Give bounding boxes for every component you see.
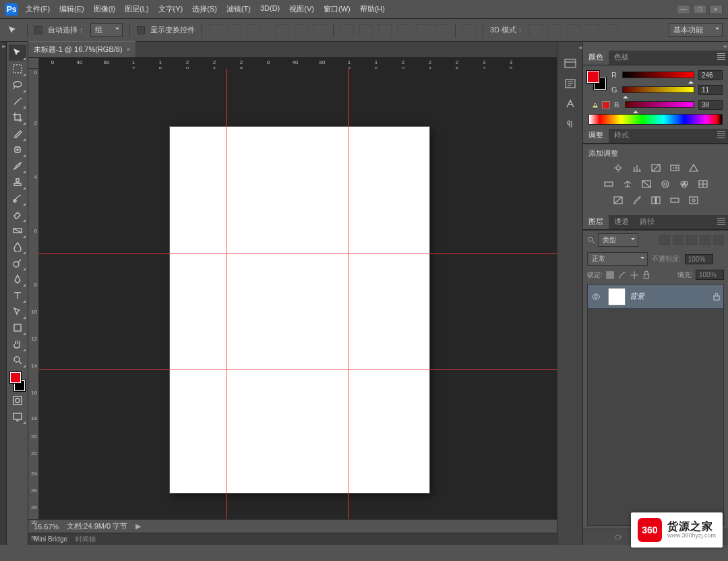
layer-list[interactable]: 背景 [587,284,724,526]
timeline-tab[interactable]: 时间轴 [75,535,96,544]
gamut-color-swatch[interactable] [602,101,610,109]
dock-collapse-icon[interactable]: ◂◂ [578,45,581,51]
status-arrow-icon[interactable]: ▶ [135,522,141,531]
auto-select-dropdown[interactable]: 组 [90,23,123,37]
layers-panel-menu-icon[interactable] [717,218,725,225]
photo-filter-icon[interactable] [659,179,671,189]
g-slider[interactable] [622,86,694,93]
close-tab-icon[interactable]: × [127,46,131,53]
selective-color-icon[interactable] [688,195,700,206]
quickmask-tool[interactable] [9,392,26,409]
color-spectrum[interactable] [588,114,723,125]
history-brush-tool[interactable] [9,190,26,206]
heal-tool[interactable] [9,142,26,158]
dodge-tool[interactable] [9,255,26,271]
brush-tool[interactable] [9,158,26,174]
type-tool[interactable] [9,287,26,303]
3d-slide-icon[interactable] [586,24,599,36]
paths-tab[interactable]: 路径 [634,214,660,229]
shape-tool[interactable] [9,320,26,336]
filter-pixel-icon[interactable] [659,235,670,245]
move-tool[interactable] [9,45,26,61]
maximize-button[interactable]: □ [693,5,706,14]
gradient-tool[interactable] [9,223,26,239]
lock-position-icon[interactable] [630,270,639,280]
hue-icon[interactable] [603,179,615,189]
menu-file[interactable]: 文件(F) [26,4,50,14]
color-panel-menu-icon[interactable] [717,53,725,60]
color-lookup-icon[interactable] [697,179,709,189]
mini-bridge-tab[interactable]: Mini Bridge [34,535,67,543]
menu-view[interactable]: 视图(V) [289,4,314,14]
path-select-tool[interactable] [9,303,26,320]
menu-3d[interactable]: 3D(D) [260,4,280,14]
r-slider[interactable] [622,71,694,78]
layer-name[interactable]: 背景 [630,291,710,301]
r-value[interactable]: 246 [698,70,723,80]
menu-select[interactable]: 选择(S) [192,4,217,14]
menu-type[interactable]: 文字(Y) [158,4,183,14]
color-swatches[interactable] [587,71,606,90]
screenmode-tool[interactable] [9,409,26,425]
hand-tool[interactable] [9,336,26,352]
distribute-vcenter-icon[interactable] [359,24,373,36]
workspace-dropdown[interactable]: 基本功能 [669,23,723,37]
menu-filter[interactable]: 滤镜(T) [226,4,251,14]
adjust-panel-menu-icon[interactable] [717,131,725,138]
lock-all-icon[interactable] [642,270,651,280]
move-tool-icon[interactable] [5,23,20,38]
guide-horizontal[interactable] [39,369,557,370]
canvas-stage[interactable] [39,69,557,519]
threshold-icon[interactable] [650,195,662,206]
guide-vertical[interactable] [226,69,227,519]
marquee-tool[interactable] [9,61,26,77]
3d-zoom-icon[interactable] [605,24,618,36]
align-vcenter-icon[interactable] [228,24,241,36]
crop-tool[interactable] [9,109,26,125]
paragraph-panel-icon[interactable] [562,117,579,131]
distribute-top-icon[interactable] [340,24,354,36]
opacity-input[interactable]: 100% [685,254,713,264]
character-panel-icon[interactable] [562,96,579,111]
minimize-button[interactable]: — [677,5,690,14]
filter-adjust-icon[interactable] [673,235,684,245]
color-wells[interactable] [9,372,26,392]
wand-tool[interactable] [9,93,26,109]
guide-horizontal[interactable] [39,254,557,254]
styles-tab[interactable]: 样式 [609,127,634,143]
filter-type-icon[interactable] [686,235,697,245]
brightness-icon[interactable] [612,163,624,173]
vibrance-icon[interactable] [688,163,700,173]
ruler-origin[interactable] [28,58,39,69]
pen-tool[interactable] [9,271,26,287]
distribute-hcenter-icon[interactable] [416,24,429,36]
link-layers-icon[interactable]: ⬭ [615,533,626,542]
show-transform-checkbox[interactable] [137,26,145,34]
eyedropper-tool[interactable] [9,125,26,142]
posterize-icon[interactable] [631,195,643,206]
foreground-color[interactable] [10,372,21,383]
auto-select-checkbox[interactable] [34,26,42,34]
lock-transparency-icon[interactable] [605,270,615,280]
align-hcenter-icon[interactable] [294,24,307,36]
menu-layer[interactable]: 图层(L) [125,4,148,14]
invert-icon[interactable] [612,195,624,206]
gradient-map-icon[interactable] [669,195,681,206]
ruler-vertical[interactable]: 02468101214161820222426283032 [28,69,39,519]
lock-image-icon[interactable] [617,270,627,280]
eraser-tool[interactable] [9,206,26,223]
stamp-tool[interactable] [9,174,26,190]
zoom-readout[interactable]: 16.67% [34,523,59,531]
layer-row[interactable]: 背景 [588,285,723,309]
levels-icon[interactable] [631,163,643,173]
distribute-left-icon[interactable] [397,24,411,36]
guide-vertical[interactable] [348,69,348,519]
gamut-warning-icon[interactable] [591,101,599,109]
menu-window[interactable]: 窗口(W) [324,4,351,14]
color-tab[interactable]: 颜色 [583,49,609,65]
align-right-icon[interactable] [313,24,326,36]
align-bottom-icon[interactable] [247,24,260,36]
blend-mode-dropdown[interactable]: 正常 [587,252,648,266]
document-tab[interactable]: 未标题-1 @ 16.7%(RGB/8) × [28,41,135,57]
distribute-bottom-icon[interactable] [378,24,392,36]
